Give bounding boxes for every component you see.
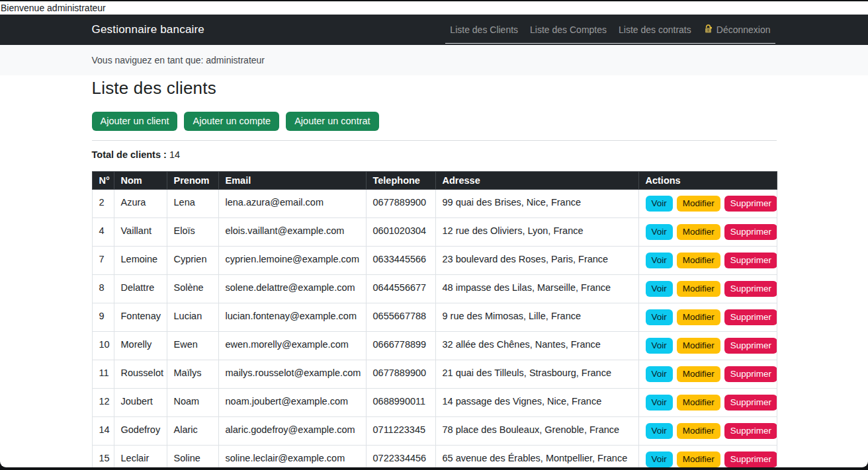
cell-email: elois.vaillant@example.com: [218, 218, 366, 247]
cell-adresse: 65 avenue des Érables, Montpellier, Fran…: [435, 446, 638, 468]
cell-nom: Morelly: [114, 332, 167, 360]
cell-num: 10: [92, 332, 114, 360]
modifier-button[interactable]: Modifier: [677, 451, 720, 467]
cell-nom: Fontenay: [114, 303, 167, 332]
voir-button[interactable]: Voir: [646, 309, 673, 325]
cell-telephone: 0655667788: [366, 303, 435, 332]
cell-num: 11: [92, 360, 114, 389]
voir-button[interactable]: Voir: [646, 281, 673, 297]
add-contract-button[interactable]: Ajouter un contrat: [286, 112, 378, 131]
table-body: 2 Azura Lena lena.azura@email.com 067788…: [92, 190, 777, 468]
supprimer-button[interactable]: Supprimer: [724, 253, 777, 268]
table-row: 8 Delattre Solène solene.delattre@exampl…: [92, 275, 777, 303]
voir-button[interactable]: Voir: [646, 451, 673, 467]
table-header: N° Nom Prenom Email Telephone Adresse Ac…: [92, 172, 777, 190]
cell-telephone: 0677889900: [366, 190, 435, 218]
voir-button[interactable]: Voir: [646, 366, 673, 382]
supprimer-button[interactable]: Supprimer: [724, 281, 777, 297]
cell-num: 8: [92, 275, 114, 303]
supprimer-button[interactable]: Supprimer: [724, 196, 777, 212]
cell-nom: Azura: [114, 190, 167, 218]
cell-adresse: 99 quai des Brises, Nice, France: [435, 190, 638, 218]
cell-nom: Lemoine: [114, 247, 167, 275]
cell-actions: Voir Modifier Supprimer: [638, 190, 777, 218]
table-row: 2 Azura Lena lena.azura@email.com 067788…: [92, 190, 777, 218]
header-email: Email: [218, 172, 366, 190]
welcome-bar: Bienvenue administrateur: [0, 1, 868, 15]
cell-num: 12: [92, 389, 114, 417]
cell-num: 15: [92, 446, 114, 468]
supprimer-button[interactable]: Supprimer: [724, 224, 777, 240]
supprimer-button[interactable]: Supprimer: [724, 395, 777, 411]
modifier-button[interactable]: Modifier: [677, 309, 720, 325]
cell-adresse: 78 place des Bouleaux, Grenoble, France: [435, 417, 638, 446]
voir-button[interactable]: Voir: [646, 338, 673, 354]
cell-email: lena.azura@email.com: [218, 190, 366, 218]
modifier-button[interactable]: Modifier: [677, 366, 720, 382]
divider: [92, 140, 777, 141]
table-row: 9 Fontenay Lucian lucian.fontenay@exampl…: [92, 303, 777, 332]
header-telephone: Telephone: [366, 172, 435, 190]
cell-num: 9: [92, 303, 114, 332]
cell-adresse: 21 quai des Tilleuls, Strasbourg, France: [435, 360, 638, 389]
voir-button[interactable]: Voir: [646, 423, 673, 439]
main-content: Liste des clients Ajouter un client Ajou…: [92, 75, 777, 467]
cell-telephone: 0666778899: [366, 332, 435, 360]
modifier-button[interactable]: Modifier: [677, 253, 720, 268]
cell-telephone: 0644556677: [366, 275, 435, 303]
voir-button[interactable]: Voir: [646, 395, 673, 411]
cell-adresse: 32 allée des Chênes, Nantes, France: [435, 332, 638, 360]
cell-num: 4: [92, 218, 114, 247]
cell-actions: Voir Modifier Supprimer: [638, 275, 777, 303]
lock-icon: [703, 24, 713, 36]
cell-actions: Voir Modifier Supprimer: [638, 247, 777, 275]
nav-links: Liste des Clients Liste des Comptes List…: [444, 24, 776, 36]
voir-button[interactable]: Voir: [646, 224, 673, 240]
navbar: Gestionnaire bancaire Liste des Clients …: [0, 15, 868, 45]
supprimer-button[interactable]: Supprimer: [724, 423, 777, 439]
nav-link-label: Liste des contrats: [619, 24, 691, 35]
voir-button[interactable]: Voir: [646, 253, 673, 268]
supprimer-button[interactable]: Supprimer: [724, 338, 777, 354]
cell-adresse: 23 boulevard des Roses, Paris, France: [435, 247, 638, 275]
voir-button[interactable]: Voir: [646, 196, 673, 212]
table-row: 10 Morelly Ewen ewen.morelly@example.com…: [92, 332, 777, 360]
nav-link-liste-clients[interactable]: Liste des Clients: [444, 24, 524, 35]
nav-link-liste-contrats[interactable]: Liste des contrats: [613, 24, 697, 35]
cell-telephone: 0688990011: [366, 389, 435, 417]
app-title[interactable]: Gestionnaire bancaire: [92, 23, 205, 36]
add-account-button[interactable]: Ajouter un compte: [184, 112, 279, 131]
supprimer-button[interactable]: Supprimer: [724, 366, 777, 382]
table-row: 12 Joubert Noam noam.joubert@example.com…: [92, 389, 777, 417]
action-buttons-row: Ajouter un client Ajouter un compte Ajou…: [92, 112, 777, 131]
cell-prenom: Noam: [167, 389, 218, 417]
supprimer-button[interactable]: Supprimer: [724, 451, 777, 467]
cell-adresse: 12 rue des Oliviers, Lyon, France: [435, 218, 638, 247]
logout-label: Déconnexion: [716, 24, 771, 35]
modifier-button[interactable]: Modifier: [677, 281, 720, 297]
modifier-button[interactable]: Modifier: [677, 338, 720, 354]
cell-num: 2: [92, 190, 114, 218]
nav-link-liste-comptes[interactable]: Liste des Comptes: [524, 24, 613, 35]
add-client-button[interactable]: Ajouter un client: [92, 112, 178, 131]
header-prenom: Prenom: [167, 172, 218, 190]
role-banner-text: Vous naviguez en tant que: administrateu…: [92, 55, 777, 65]
logout-link[interactable]: Déconnexion: [697, 24, 777, 36]
table-row: 15 Leclair Soline soline.leclair@example…: [92, 446, 777, 468]
cell-nom: Vaillant: [114, 218, 167, 247]
cell-email: alaric.godefroy@example.com: [218, 417, 366, 446]
modifier-button[interactable]: Modifier: [677, 423, 720, 439]
modifier-button[interactable]: Modifier: [677, 224, 720, 240]
cell-prenom: Lena: [167, 190, 218, 218]
cell-actions: Voir Modifier Supprimer: [638, 446, 777, 468]
cell-nom: Delattre: [114, 275, 167, 303]
supprimer-button[interactable]: Supprimer: [724, 309, 777, 325]
cell-telephone: 0711223345: [366, 417, 435, 446]
modifier-button[interactable]: Modifier: [677, 395, 720, 411]
modifier-button[interactable]: Modifier: [677, 196, 720, 212]
cell-email: solene.delattre@example.com: [218, 275, 366, 303]
cell-adresse: 48 impasse des Lilas, Marseille, France: [435, 275, 638, 303]
cell-email: ewen.morelly@example.com: [218, 332, 366, 360]
cell-actions: Voir Modifier Supprimer: [638, 332, 777, 360]
cell-actions: Voir Modifier Supprimer: [638, 417, 777, 446]
